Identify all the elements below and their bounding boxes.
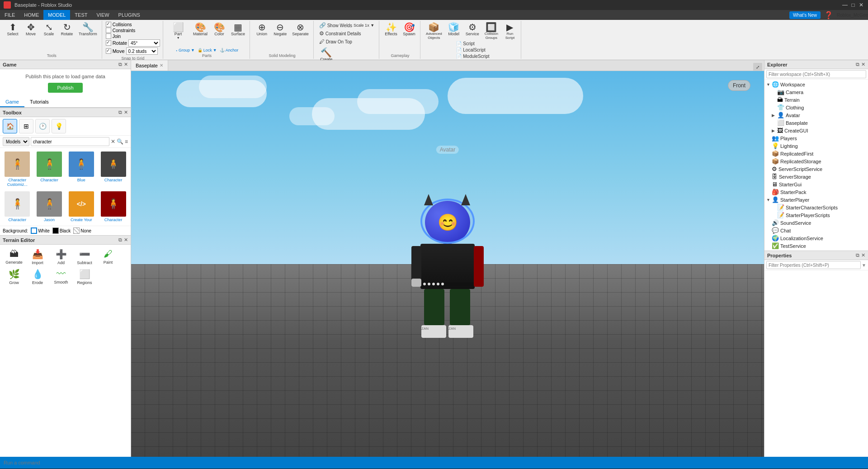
title-bar-controls[interactable]: — □ ✕	[842, 2, 864, 8]
toolbox-clear-button[interactable]: ✕	[111, 138, 115, 145]
bg-white[interactable]: White	[31, 227, 50, 234]
run-script-button[interactable]: ▶ Run Script	[502, 22, 518, 41]
tree-starter-player-scripts[interactable]: 📝 StarterPlayerScripts	[764, 211, 868, 219]
show-welds-button[interactable]: 🔗Show Welds Scale 1x ▼	[317, 22, 376, 29]
union-button[interactable]: ⊕ Union	[254, 22, 270, 37]
toolbox-item-2[interactable]: 🧍 Blue	[66, 150, 97, 189]
tree-starter-player[interactable]: ▼ 👤 StarterPlayer	[764, 196, 868, 204]
menu-home[interactable]: HOME	[19, 10, 43, 20]
draw-on-top-button[interactable]: 🖊Draw On Top	[317, 38, 376, 45]
bg-black[interactable]: Black	[52, 227, 71, 234]
explorer-close[interactable]: ✕	[861, 62, 865, 67]
service-button[interactable]: ⚙ Service	[464, 22, 481, 37]
advanced-objects-button[interactable]: 📦 Advanced Objects	[424, 22, 444, 41]
move-button[interactable]: ✥ Move	[23, 22, 39, 37]
toolbox-search-input[interactable]	[31, 137, 109, 146]
terrain-float[interactable]: ⧉	[118, 237, 122, 243]
menu-view[interactable]: VIEW	[92, 10, 113, 20]
tree-creategui[interactable]: ▶ 🖼 CreateGUI	[764, 127, 868, 134]
color-button[interactable]: 🎨 Color	[211, 22, 227, 37]
tree-replicated-storage[interactable]: 📦 ReplicatedStorage	[764, 157, 868, 165]
toolbox-item-4[interactable]: 🧍 Character	[2, 189, 33, 224]
status-command-input[interactable]	[4, 460, 864, 465]
bg-none[interactable]: None	[73, 227, 91, 234]
surface-button[interactable]: ▦ Surface	[229, 22, 247, 37]
terrain-import[interactable]: 📥Import	[26, 247, 49, 266]
tree-starter-char-scripts[interactable]: 📝 StarterCharacterScripts	[764, 204, 868, 211]
explorer-search-input[interactable]	[766, 70, 866, 78]
terrain-smooth[interactable]: 〰Smooth	[50, 267, 72, 286]
tree-players[interactable]: 👥 Players	[764, 134, 868, 142]
toolbox-search-execute[interactable]: 🔍	[117, 138, 123, 145]
spawn-button[interactable]: 🎯 Spawn	[401, 22, 417, 37]
whats-new-button[interactable]: What's New	[789, 11, 821, 19]
scale-button[interactable]: ⤡ Scale	[41, 22, 57, 37]
menu-model[interactable]: MODEL	[43, 10, 70, 20]
tree-starter-gui[interactable]: 🖥 StarterGui	[764, 180, 868, 188]
part-button[interactable]: ⬜ Part ▼	[167, 22, 189, 40]
tree-workspace[interactable]: ▼ 🌐 Workspace	[764, 81, 868, 88]
collisions-checkbox[interactable]	[106, 22, 111, 27]
toolbox-item-3[interactable]: 🧍 Character	[98, 150, 129, 189]
tree-localization-service[interactable]: 🌍 LocalizationService	[764, 234, 868, 242]
toolbox-category-select[interactable]: Models Decals Audio	[3, 137, 29, 146]
tree-terrain[interactable]: 🏔 Terrain	[764, 96, 868, 104]
toolbox-item-1[interactable]: 🧍 Character	[34, 150, 65, 189]
terrain-subtract[interactable]: ➖Subtract	[73, 247, 96, 266]
terrain-erode[interactable]: 💧Erode	[26, 267, 49, 286]
vp-tab-baseplate[interactable]: Baseplate ✕	[131, 60, 168, 71]
move-dropdown[interactable]: 0.2 studs 1 stud	[126, 47, 158, 55]
script-button[interactable]: 📄Script	[454, 41, 491, 47]
toolbox-item-7[interactable]: 🧍 Character	[98, 189, 129, 224]
toolbox-tab-home[interactable]: 🏠	[3, 119, 17, 133]
properties-close[interactable]: ✕	[861, 252, 865, 258]
join-checkbox[interactable]	[106, 33, 111, 39]
move-snap-checkbox[interactable]	[106, 48, 111, 54]
properties-float[interactable]: ⧉	[856, 252, 859, 258]
explorer-float[interactable]: ⧉	[856, 62, 859, 67]
select-button[interactable]: ⬆ Select	[5, 22, 21, 37]
menu-file[interactable]: FILE	[0, 10, 19, 20]
rotate-button[interactable]: ↻ Rotate	[59, 22, 75, 37]
rotate-snap-checkbox[interactable]	[106, 40, 111, 46]
terrain-generate[interactable]: 🏔Generate	[3, 247, 25, 266]
viewport-expand-btn[interactable]: ⤢	[753, 63, 762, 72]
negate-button[interactable]: ⊖ Negate	[272, 22, 288, 37]
transform-button[interactable]: 🔧 Transform	[77, 22, 99, 37]
toolbox-float[interactable]: ⧉	[118, 109, 122, 115]
menu-test[interactable]: TEST	[70, 10, 92, 20]
rotate-dropdown[interactable]: 45° 90° 15°	[128, 39, 160, 47]
tree-starter-pack[interactable]: 🎒 StarterPack	[764, 188, 868, 196]
effects-button[interactable]: ✨ Effects	[383, 22, 399, 37]
publish-button[interactable]: Publish	[48, 83, 82, 93]
close-button[interactable]: ✕	[858, 2, 864, 8]
tree-avatar[interactable]: ▶ 👤 Avatar	[764, 111, 868, 119]
material-button[interactable]: 🎨 Material	[191, 22, 209, 37]
game-panel-float[interactable]: ⧉	[118, 62, 122, 67]
toolbox-close[interactable]: ✕	[124, 109, 128, 115]
vp-tab-close[interactable]: ✕	[160, 63, 163, 68]
tree-server-storage[interactable]: 🗄 ServerStorage	[764, 173, 868, 180]
tree-camera[interactable]: 📷 Camera	[764, 88, 868, 96]
tree-server-script-service[interactable]: ⚙ ServerScriptService	[764, 165, 868, 173]
tree-lighting[interactable]: 💡 Lighting	[764, 142, 868, 150]
game-panel-close[interactable]: ✕	[124, 62, 128, 67]
tree-sound-service[interactable]: 🔊 SoundService	[764, 219, 868, 227]
separate-button[interactable]: ⊗ Separate	[290, 22, 311, 37]
props-filter-icon[interactable]: ▼	[862, 263, 866, 268]
terrain-regions[interactable]: ⬜Regions	[73, 267, 96, 286]
toolbox-item-0[interactable]: 🧍 Character Customiz...	[2, 150, 33, 189]
toolbox-item-5[interactable]: 🧍 Jason	[34, 189, 65, 224]
collision-groups-button[interactable]: 🔲 Collision Groups	[483, 22, 500, 41]
terrain-add[interactable]: ➕Add	[50, 247, 72, 266]
toolbox-filter-button[interactable]: ≡	[125, 138, 128, 145]
terrain-close[interactable]: ✕	[124, 237, 128, 243]
tree-chat[interactable]: 💬 Chat	[764, 227, 868, 234]
minimize-button[interactable]: —	[842, 2, 848, 8]
maximize-button[interactable]: □	[850, 2, 856, 8]
constraints-checkbox[interactable]	[106, 28, 111, 33]
properties-search-input[interactable]	[766, 261, 861, 269]
game-tab-game[interactable]: Game	[0, 97, 24, 107]
tree-baseplate[interactable]: ⬜ Baseplate	[764, 119, 868, 127]
tree-clothing[interactable]: 👕 Clothing	[764, 104, 868, 111]
